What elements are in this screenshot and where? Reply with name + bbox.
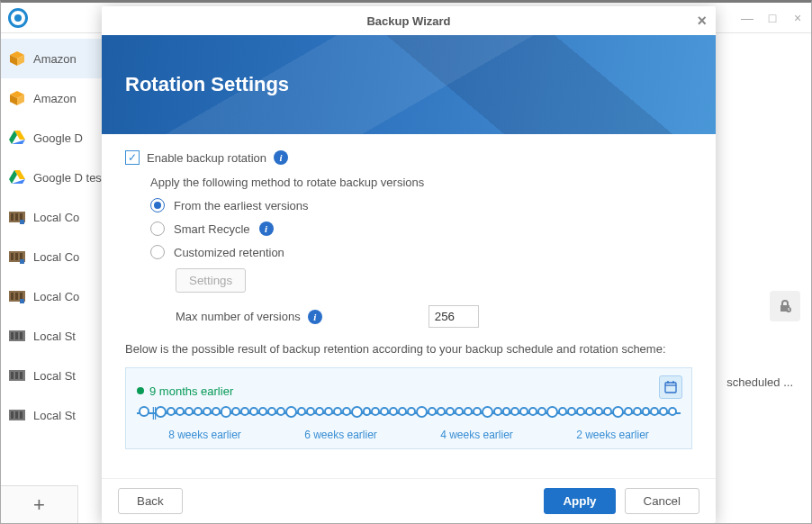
result-description: Below is the possible result of backup r… (125, 340, 692, 358)
sidebar-item-label: Amazon (33, 52, 77, 66)
close-icon[interactable]: × (697, 12, 707, 31)
lock-icon (778, 299, 792, 313)
apply-button[interactable]: Apply (544, 488, 615, 514)
sidebar-item-amazon-2[interactable]: Amazon (1, 78, 104, 118)
enable-rotation-checkbox[interactable]: ✓ (125, 150, 140, 165)
storage-icon (8, 248, 26, 266)
svg-rect-30 (20, 332, 23, 339)
lock-button[interactable] (770, 291, 800, 321)
backup-wizard-dialog: Backup Wizard × Rotation Settings ✓ Enab… (102, 6, 716, 523)
svg-rect-34 (20, 372, 23, 379)
max-versions-label: Max number of versions (176, 310, 301, 323)
svg-rect-15 (20, 213, 23, 221)
apply-method-text: Apply the following method to rotate bac… (150, 176, 692, 189)
svg-rect-24 (15, 293, 18, 300)
svg-rect-33 (15, 372, 18, 379)
window-controls: — □ × (741, 12, 804, 24)
svg-rect-28 (11, 332, 14, 339)
calendar-icon[interactable] (659, 375, 682, 399)
sidebar-item-google-2[interactable]: Google D test (1, 158, 104, 197)
storage-icon (8, 406, 26, 424)
svg-rect-14 (15, 213, 18, 221)
radio-smart[interactable] (150, 221, 165, 236)
banner-title: Rotation Settings (125, 73, 289, 96)
svg-rect-37 (15, 411, 18, 419)
svg-rect-18 (11, 253, 14, 260)
dialog-banner: Rotation Settings (102, 35, 716, 134)
sidebar: Amazon Amazon Google D Google D test Loc… (1, 33, 104, 523)
sidebar-item-local-co-3[interactable]: Local Co (1, 276, 104, 316)
storage-icon (8, 208, 26, 226)
retention-timeline: 9 months earlier ‖ 8 weeks earlier 6 wee… (125, 367, 692, 449)
svg-rect-29 (15, 332, 18, 339)
svg-rect-25 (20, 293, 23, 300)
radio-earliest-label: From the earliest versions (174, 199, 309, 212)
sidebar-item-local-st-2[interactable]: Local St (1, 356, 104, 395)
sidebar-item-label: Local St (33, 409, 76, 422)
svg-rect-38 (20, 411, 23, 419)
earliest-label: 9 months earlier (149, 384, 233, 398)
radio-custom[interactable] (150, 245, 165, 259)
enable-rotation-label: Enable backup rotation (147, 151, 266, 165)
sidebar-item-label: Local Co (33, 250, 79, 264)
svg-rect-32 (11, 372, 14, 379)
sidebar-item-label: Google D (33, 131, 83, 145)
timeline-ticks: 8 weeks earlier 6 weeks earlier 4 weeks … (137, 429, 681, 441)
sidebar-item-label: Google D test (33, 171, 104, 185)
info-icon[interactable]: i (274, 150, 288, 165)
dialog-title: Backup Wizard (366, 14, 450, 28)
earliest-dot-icon (137, 387, 144, 394)
maximize-icon[interactable]: □ (766, 12, 779, 24)
svg-rect-19 (15, 253, 18, 260)
close-icon[interactable]: × (791, 12, 804, 24)
dialog-titlebar: Backup Wizard × (102, 6, 716, 35)
settings-button: Settings (176, 268, 246, 293)
dialog-content: ✓ Enable backup rotation i Apply the fol… (102, 134, 716, 478)
box-icon (8, 50, 26, 68)
svg-rect-40 (665, 383, 676, 393)
svg-rect-36 (11, 411, 14, 419)
scheduled-text: scheduled ... (726, 375, 793, 389)
svg-rect-13 (11, 213, 14, 221)
info-icon[interactable]: i (308, 310, 322, 324)
svg-rect-21 (20, 259, 24, 264)
drive-icon (8, 168, 26, 186)
sidebar-item-label: Local Co (33, 290, 79, 303)
sidebar-item-label: Local Co (33, 211, 79, 224)
storage-icon (8, 287, 26, 305)
app-logo-icon (8, 8, 28, 28)
sidebar-item-label: Amazon (33, 92, 77, 105)
radio-smart-label: Smart Recycle (174, 222, 250, 236)
storage-icon (8, 327, 26, 345)
tick-label: 4 weeks earlier (409, 429, 545, 441)
tick-label: 8 weeks earlier (137, 429, 273, 441)
storage-icon (8, 366, 26, 384)
svg-rect-20 (20, 253, 23, 260)
info-icon[interactable]: i (259, 221, 274, 236)
box-icon (8, 89, 26, 107)
add-button[interactable]: + (1, 485, 78, 523)
max-versions-input[interactable] (429, 305, 479, 328)
back-button[interactable]: Back (118, 488, 183, 514)
cancel-button[interactable]: Cancel (625, 488, 700, 514)
minimize-icon[interactable]: — (741, 12, 753, 24)
tick-label: 2 weeks earlier (545, 429, 681, 441)
svg-rect-26 (20, 299, 24, 303)
sidebar-item-label: Local St (33, 369, 76, 383)
drive-icon (8, 129, 26, 147)
sidebar-item-google-1[interactable]: Google D (1, 118, 104, 158)
sidebar-item-local-st-1[interactable]: Local St (1, 316, 104, 356)
radio-custom-label: Customized retention (174, 246, 284, 259)
timeline-track: ‖ (137, 403, 681, 423)
sidebar-item-local-co-2[interactable]: Local Co (1, 237, 104, 276)
svg-rect-23 (11, 293, 14, 300)
tick-label: 6 weeks earlier (273, 429, 409, 441)
sidebar-item-local-st-3[interactable]: Local St (1, 395, 104, 435)
radio-earliest[interactable] (150, 198, 165, 212)
sidebar-item-label: Local St (33, 330, 76, 343)
sidebar-item-amazon-1[interactable]: Amazon (1, 39, 104, 78)
svg-rect-16 (20, 220, 24, 224)
dialog-footer: Back Apply Cancel (102, 478, 716, 523)
sidebar-item-local-co-1[interactable]: Local Co (1, 197, 104, 237)
